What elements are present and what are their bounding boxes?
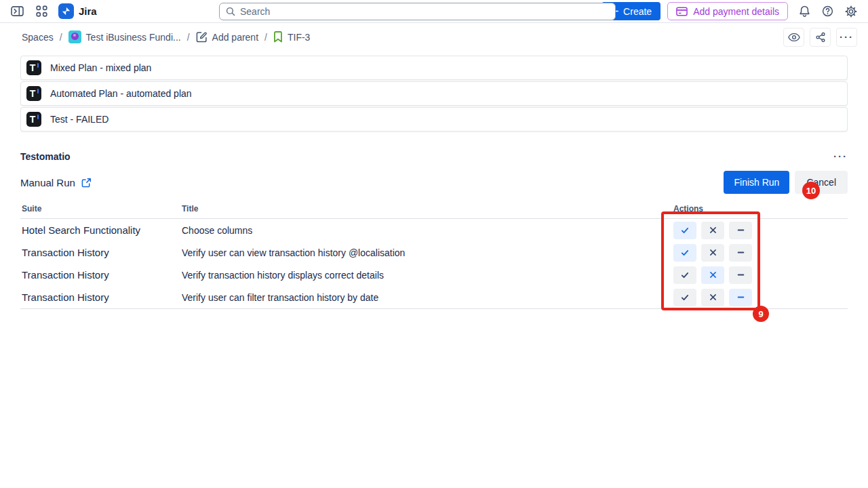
search-icon xyxy=(226,7,235,16)
breadcrumb-add-parent[interactable]: Add parent xyxy=(196,31,259,43)
check-icon xyxy=(680,248,690,258)
notifications-button[interactable] xyxy=(797,3,812,19)
column-header-title: Title xyxy=(182,204,673,214)
section-more-button[interactable]: ··· xyxy=(833,150,848,162)
check-icon xyxy=(680,270,690,280)
edit-icon xyxy=(196,31,208,43)
minus-icon xyxy=(736,270,745,279)
testomatio-icon: T xyxy=(26,60,41,75)
bell-icon xyxy=(799,5,810,18)
pass-button[interactable] xyxy=(673,289,696,306)
annotation-badge-9: 9 xyxy=(753,306,769,322)
external-link-icon xyxy=(81,178,92,188)
testomatio-icon: T xyxy=(26,86,41,101)
fail-button[interactable] xyxy=(701,289,724,306)
gear-icon xyxy=(845,5,857,18)
breadcrumb: Spaces / Test iBusiness Fundi... / Add p… xyxy=(22,30,310,43)
suite-cell: Transaction History xyxy=(20,291,182,303)
testomatio-icon: T xyxy=(26,112,41,127)
minus-icon xyxy=(736,248,745,257)
breadcrumb-separator: / xyxy=(60,32,62,43)
space-avatar xyxy=(68,30,81,43)
title-cell: Verify transaction history displays corr… xyxy=(182,270,673,281)
breadcrumb-page-label: TIF-3 xyxy=(288,32,310,43)
settings-button[interactable] xyxy=(844,4,859,19)
plan-title: Mixed Plan - mixed plan xyxy=(50,62,151,73)
add-payment-details-button[interactable]: Add payment details xyxy=(667,2,788,20)
plan-list: T Mixed Plan - mixed plan T Automated Pl… xyxy=(20,56,848,131)
share-icon xyxy=(815,32,826,43)
plan-card-mixed[interactable]: T Mixed Plan - mixed plan xyxy=(20,56,848,80)
app-name: Jira xyxy=(79,5,97,17)
table-body: Hotel Search Functionality Choose column… xyxy=(20,219,848,309)
breadcrumb-page[interactable]: TIF-3 xyxy=(273,31,310,43)
manual-run-label: Manual Run xyxy=(20,177,75,188)
skip-button[interactable] xyxy=(729,289,752,306)
help-button[interactable] xyxy=(821,4,835,18)
jira-home-link[interactable]: Jira xyxy=(58,3,97,19)
check-icon xyxy=(680,226,690,235)
title-cell: Verify user can view transaction history… xyxy=(182,247,673,258)
share-button[interactable] xyxy=(810,28,831,47)
test-run-table: Suite Title Actions Hotel Search Functio… xyxy=(20,204,848,309)
skip-button[interactable] xyxy=(729,222,752,239)
table-row: Transaction History Verify user can filt… xyxy=(20,286,848,308)
table-row: Transaction History Verify user can view… xyxy=(20,241,848,264)
cross-icon xyxy=(709,270,717,279)
suite-cell: Hotel Search Functionality xyxy=(20,224,182,236)
column-header-actions: Actions xyxy=(673,204,848,214)
section-title: Testomatio xyxy=(20,151,71,162)
finish-run-button[interactable]: Finish Run xyxy=(724,171,789,194)
sidebar-toggle-button[interactable] xyxy=(9,4,25,18)
skip-button[interactable] xyxy=(729,244,752,262)
suite-cell: Transaction History xyxy=(20,269,182,281)
title-cell: Choose columns xyxy=(182,225,673,236)
table-header: Suite Title Actions xyxy=(20,204,848,219)
pass-button[interactable] xyxy=(673,244,696,262)
minus-icon xyxy=(736,293,745,302)
annotation-badge-10: 10 xyxy=(802,182,820,199)
breadcrumb-bar: Spaces / Test iBusiness Fundi... / Add p… xyxy=(0,23,868,51)
skip-button[interactable] xyxy=(729,266,752,284)
search-bar[interactable] xyxy=(219,3,616,20)
breadcrumb-separator: / xyxy=(264,32,267,43)
plan-card-test-failed[interactable]: T Test - FAILED xyxy=(20,107,848,131)
breadcrumb-separator: / xyxy=(187,32,190,43)
manual-run-link[interactable]: Manual Run xyxy=(20,177,92,188)
title-cell: Verify user can filter transaction histo… xyxy=(182,292,673,303)
sidebar-toggle-icon xyxy=(11,5,24,17)
pass-button[interactable] xyxy=(673,266,696,284)
plan-title: Automated Plan - automated plan xyxy=(50,88,192,99)
cross-icon xyxy=(709,293,717,302)
question-icon xyxy=(822,5,833,17)
check-icon xyxy=(680,293,690,302)
minus-icon xyxy=(736,226,745,235)
plan-card-automated[interactable]: T Automated Plan - automated plan xyxy=(20,81,848,106)
breadcrumb-space-label: Test iBusiness Fundi... xyxy=(86,32,181,43)
add-payment-label: Add payment details xyxy=(693,6,779,17)
column-header-suite: Suite xyxy=(20,204,182,214)
cross-icon xyxy=(709,226,717,235)
plan-title: Test - FAILED xyxy=(50,114,108,125)
watch-button[interactable] xyxy=(783,28,804,47)
page-content: T Mixed Plan - mixed plan T Automated Pl… xyxy=(0,56,868,309)
cross-icon xyxy=(709,248,717,257)
table-row: Hotel Search Functionality Choose column… xyxy=(20,219,848,241)
top-navigation-bar: Jira Create Add payment details xyxy=(0,0,868,23)
suite-cell: Transaction History xyxy=(20,247,182,258)
eye-icon xyxy=(788,33,800,42)
breadcrumb-spaces[interactable]: Spaces xyxy=(22,32,54,43)
more-actions-button[interactable]: ··· xyxy=(836,28,857,47)
breadcrumb-space[interactable]: Test iBusiness Fundi... xyxy=(68,30,181,43)
app-grid-icon xyxy=(36,5,47,17)
table-row: Transaction History Verify transaction h… xyxy=(20,264,848,286)
fail-button[interactable] xyxy=(701,266,724,284)
fail-button[interactable] xyxy=(701,222,724,239)
breadcrumb-add-parent-label: Add parent xyxy=(212,32,259,43)
credit-card-icon xyxy=(676,7,688,16)
jira-logo-icon xyxy=(58,3,74,19)
pass-button[interactable] xyxy=(673,222,696,239)
app-switcher-button[interactable] xyxy=(35,4,49,18)
search-input[interactable] xyxy=(240,6,609,17)
fail-button[interactable] xyxy=(701,244,724,262)
